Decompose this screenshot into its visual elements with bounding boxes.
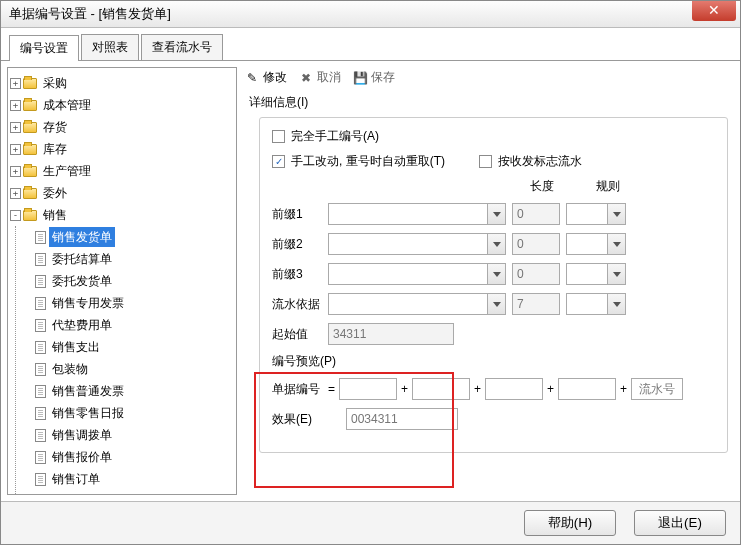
modify-button[interactable]: ✎ 修改 [245,69,287,86]
manual-numbering-label: 完全手工编号(A) [291,128,379,145]
detail-group-label: 详细信息(I) [249,94,734,111]
tree-expander-icon[interactable]: + [10,144,21,155]
prefix-3-combo[interactable] [328,263,506,285]
serial-basis-length-field[interactable]: 7 [512,293,560,315]
window-titlebar: 单据编号设置 - [销售发货单] ✕ [1,1,740,28]
tab-view-serial[interactable]: 查看流水号 [141,34,223,60]
save-icon: 💾 [353,71,367,85]
folder-icon [23,210,37,221]
tree-expander-icon[interactable]: + [10,100,21,111]
tree-expander-icon[interactable]: + [10,188,21,199]
tree-item[interactable]: 销售支出 [49,337,103,357]
tree-item[interactable]: 销售零售日报 [49,403,127,423]
tree-folder[interactable]: 成本管理 [40,95,94,115]
receipt-flag-label: 按收发标志流水 [498,153,582,170]
prefix-3-length-field[interactable]: 0 [512,263,560,285]
doc-number-label: 单据编号 [272,381,324,398]
tree-folder[interactable]: 库存 [40,139,70,159]
length-header: 长度 [512,178,572,195]
auto-retake-checkbox[interactable]: ✓ [272,155,285,168]
rule-header: 规则 [578,178,638,195]
cancel-icon: ✖ [299,71,313,85]
prefix-1-length-field[interactable]: 0 [512,203,560,225]
tree-item[interactable]: 委托结算单 [49,249,115,269]
chevron-down-icon [607,204,625,224]
chevron-down-icon [487,264,505,284]
chevron-down-icon [607,264,625,284]
folder-icon [23,188,37,199]
preview-seg-2 [412,378,470,400]
category-tree[interactable]: +采购+成本管理+存货+库存+生产管理+委外 - 销售 销售发货单委托结算单委托… [7,67,237,495]
tab-numbering-settings[interactable]: 编号设置 [9,35,79,61]
chevron-down-icon [607,234,625,254]
folder-icon [23,122,37,133]
document-icon [35,385,46,398]
tree-folder[interactable]: 存货 [40,117,70,137]
chevron-down-icon [487,234,505,254]
tree-expander-icon[interactable]: + [10,122,21,133]
chevron-down-icon [487,294,505,314]
serial-basis-label: 流水依据 [272,296,322,313]
folder-icon [23,144,37,155]
prefix-label-1: 前缀1 [272,206,322,223]
exit-button[interactable]: 退出(E) [634,510,726,536]
window-title: 单据编号设置 - [销售发货单] [9,6,171,21]
tree-expander-icon[interactable]: - [10,210,21,221]
serial-basis-combo[interactable] [328,293,506,315]
detail-fieldset: 完全手工编号(A) ✓ 手工改动, 重号时自动重取(T) 按收发标志流水 长度 … [259,117,728,453]
tree-item[interactable]: 销售专用发票 [49,293,127,313]
help-button[interactable]: 帮助(H) [524,510,616,536]
start-value-field[interactable]: 34311 [328,323,454,345]
tree-item[interactable]: 销售报价单 [49,447,115,467]
document-icon [35,429,46,442]
document-icon [35,473,46,486]
tree-item[interactable]: 销售普通发票 [49,381,127,401]
preview-label: 编号预览(P) [272,353,336,370]
document-icon [35,495,46,496]
tree-item[interactable]: 销售订单 [49,469,103,489]
tree-item[interactable]: 样品接单管理 [49,491,127,495]
edit-icon: ✎ [245,71,259,85]
document-icon [35,231,46,244]
folder-icon [23,78,37,89]
chevron-down-icon [607,294,625,314]
window-close-button[interactable]: ✕ [692,1,736,21]
main-tabs: 编号设置 对照表 查看流水号 [1,28,740,61]
prefix-label-2: 前缀2 [272,236,322,253]
tab-mapping-table[interactable]: 对照表 [81,34,139,60]
prefix-1-rule-combo[interactable] [566,203,626,225]
tree-folder[interactable]: 采购 [40,73,70,93]
effect-value-field: 0034311 [346,408,458,430]
document-icon [35,275,46,288]
tree-item[interactable]: 销售发货单 [49,227,115,247]
receipt-flag-checkbox[interactable] [479,155,492,168]
document-icon [35,451,46,464]
tree-item[interactable]: 代垫费用单 [49,315,115,335]
tree-expander-icon[interactable]: + [10,78,21,89]
start-value-label: 起始值 [272,326,322,343]
document-icon [35,363,46,376]
folder-icon [23,166,37,177]
tree-expander-icon[interactable]: + [10,166,21,177]
preview-seg-1 [339,378,397,400]
document-icon [35,407,46,420]
tree-folder-sales[interactable]: 销售 [40,205,70,225]
tree-folder[interactable]: 生产管理 [40,161,94,181]
prefix-2-rule-combo[interactable] [566,233,626,255]
prefix-3-rule-combo[interactable] [566,263,626,285]
preview-serial-label: 流水号 [631,378,683,400]
manual-numbering-checkbox[interactable] [272,130,285,143]
serial-basis-rule-combo[interactable] [566,293,626,315]
prefix-2-combo[interactable] [328,233,506,255]
prefix-1-combo[interactable] [328,203,506,225]
tree-item[interactable]: 委托发货单 [49,271,115,291]
prefix-2-length-field[interactable]: 0 [512,233,560,255]
document-icon [35,319,46,332]
preview-seg-4 [558,378,616,400]
save-button[interactable]: 💾 保存 [353,69,395,86]
tree-item[interactable]: 包装物 [49,359,91,379]
tree-item[interactable]: 销售调拨单 [49,425,115,445]
tree-folder[interactable]: 委外 [40,183,70,203]
chevron-down-icon [487,204,505,224]
cancel-button[interactable]: ✖ 取消 [299,69,341,86]
